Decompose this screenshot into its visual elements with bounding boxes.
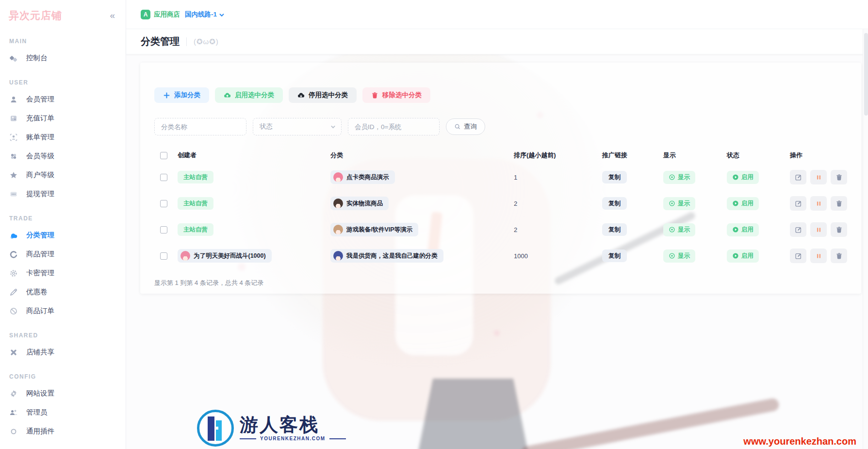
delete-button[interactable] [831, 249, 847, 263]
row-actions [790, 170, 847, 184]
sidebar: 异次元店铺 « MAIN控制台USER会员管理充值订单账单管理会员等级商户等级提… [0, 0, 126, 449]
admins-icon [9, 408, 18, 417]
pencil-icon [9, 288, 18, 297]
edit-button[interactable] [790, 196, 806, 211]
play-icon [732, 174, 739, 181]
sidebar-item-console[interactable]: 控制台 [0, 49, 126, 67]
line-selector[interactable]: 国内线路-1 [185, 10, 225, 19]
show-badge[interactable]: 显示 [663, 171, 695, 184]
site-link[interactable]: www.yourenkezhan.com [743, 436, 856, 447]
col-category: 分类 [330, 151, 514, 160]
copy-link-button[interactable]: 复制 [602, 171, 627, 183]
sidebar-item-label: 控制台 [26, 53, 48, 63]
row-checkbox[interactable] [160, 252, 167, 260]
category-name-input[interactable] [154, 118, 246, 135]
sidebar-item-product-orders[interactable]: 商品订单 [0, 301, 126, 320]
row-actions [790, 222, 847, 237]
yourenkezhan-logo-icon [197, 410, 234, 447]
enable-selected-button[interactable]: 启用选中分类 [215, 87, 283, 103]
status-badge[interactable]: 启用 [727, 197, 759, 210]
page-title: 分类管理 [141, 35, 180, 48]
edit-button[interactable] [790, 222, 806, 237]
row-checkbox[interactable] [160, 174, 167, 181]
show-badge[interactable]: 显示 [663, 249, 695, 263]
sidebar-item-products[interactable]: 商品管理 [0, 245, 126, 264]
creator-chip: 为了明天美好而战斗(1000) [178, 249, 272, 263]
edit-button[interactable] [790, 170, 806, 184]
cross-icon [9, 348, 18, 357]
edit-icon [795, 226, 802, 233]
sidebar-item-categories[interactable]: 分类管理 [0, 226, 126, 245]
category-chip: 我是供货商，这是我自己建的分类 [330, 249, 443, 263]
pause-button[interactable] [810, 222, 827, 237]
play-icon [732, 200, 739, 207]
row-checkbox[interactable] [160, 200, 167, 207]
pause-button[interactable] [810, 249, 827, 263]
chevron-down-icon [330, 124, 336, 130]
copy-link-button[interactable]: 复制 [602, 197, 627, 210]
edit-icon [795, 252, 802, 260]
sidebar-item-label: 管理员 [26, 408, 48, 417]
add-category-button[interactable]: 添加分类 [154, 87, 209, 103]
show-badge[interactable]: 显示 [663, 197, 695, 210]
delete-button[interactable] [831, 222, 847, 237]
sidebar-collapse-icon[interactable]: « [110, 10, 115, 21]
cloud-up-icon [224, 92, 231, 99]
status-badge[interactable]: 启用 [727, 223, 759, 236]
show-badge[interactable]: 显示 [663, 223, 695, 236]
trash-icon [835, 174, 843, 181]
sidebar-item-label: 通用插件 [26, 427, 54, 436]
edit-button[interactable] [790, 249, 806, 263]
table-row: 为了明天美好而战斗(1000)我是供货商，这是我自己建的分类1000复制显示启用 [154, 243, 847, 269]
scrollbar-thumb[interactable] [864, 33, 868, 116]
sidebar-item-label: 会员等级 [26, 151, 54, 161]
sidebar-item-label: 店铺共享 [26, 348, 54, 357]
main-area: A 应用商店 国内线路-1 分类管理 (✪ω✪) [126, 0, 868, 449]
sidebar-item-member-levels[interactable]: 会员等级 [0, 147, 126, 166]
select-all-checkbox[interactable] [160, 152, 167, 159]
sort-value: 2 [514, 226, 602, 233]
row-checkbox[interactable] [160, 226, 167, 233]
row-actions [790, 249, 847, 263]
delete-button[interactable] [831, 196, 847, 211]
col-creator: 创建者 [178, 151, 330, 160]
sidebar-item-recharge-orders[interactable]: 充值订单 [0, 109, 126, 128]
sidebar-item-shop-sharing[interactable]: 店铺共享 [0, 343, 126, 362]
sidebar-item-admins[interactable]: 管理员 [0, 403, 126, 422]
sidebar-item-card-keys[interactable]: 卡密管理 [0, 264, 126, 283]
delete-button[interactable] [831, 170, 847, 184]
app-store-label: 应用商店 [154, 10, 180, 19]
disable-selected-button[interactable]: 停用选中分类 [289, 87, 357, 103]
sidebar-item-coupons[interactable]: 优惠卷 [0, 283, 126, 301]
search-button[interactable]: 查询 [446, 118, 485, 135]
status-badge[interactable]: 启用 [727, 249, 759, 263]
sidebar-header: 异次元店铺 « [0, 0, 126, 31]
sidebar-item-members[interactable]: 会员管理 [0, 90, 126, 109]
page-header: 分类管理 (✪ω✪) [126, 29, 868, 54]
edit-icon [795, 200, 802, 207]
sidebar-item-merchant-levels[interactable]: 商户等级 [0, 166, 126, 184]
sidebar-item-plugins[interactable]: 通用插件 [0, 422, 126, 441]
col-promo-link: 推广链接 [602, 151, 663, 160]
sidebar-item-label: 商品订单 [26, 306, 54, 316]
line-label: 国内线路-1 [185, 10, 217, 19]
avatar [333, 251, 343, 261]
sidebar-item-bills[interactable]: 账单管理 [0, 128, 126, 147]
copy-link-button[interactable]: 复制 [602, 223, 627, 236]
sidebar-item-site-settings[interactable]: 网站设置 [0, 384, 126, 403]
member-id-input[interactable] [348, 118, 440, 135]
avatar [333, 199, 343, 208]
status-select[interactable]: 状态 [253, 118, 342, 135]
remove-selected-button[interactable]: 移除选中分类 [362, 87, 430, 103]
pause-button[interactable] [810, 170, 827, 184]
category-chip: 游戏装备/软件VIP等演示 [330, 223, 418, 236]
status-badge[interactable]: 启用 [727, 171, 759, 184]
dots-box-icon [9, 190, 18, 199]
category-name: 点卡类商品演示 [346, 173, 389, 182]
breadcrumb-app-store[interactable]: A 应用商店 [141, 10, 180, 19]
pause-button[interactable] [810, 196, 827, 211]
copy-link-button[interactable]: 复制 [602, 249, 627, 262]
sort-value: 2 [514, 200, 602, 207]
user-icon [9, 95, 18, 104]
sidebar-item-withdrawals[interactable]: 提现管理 [0, 184, 126, 203]
